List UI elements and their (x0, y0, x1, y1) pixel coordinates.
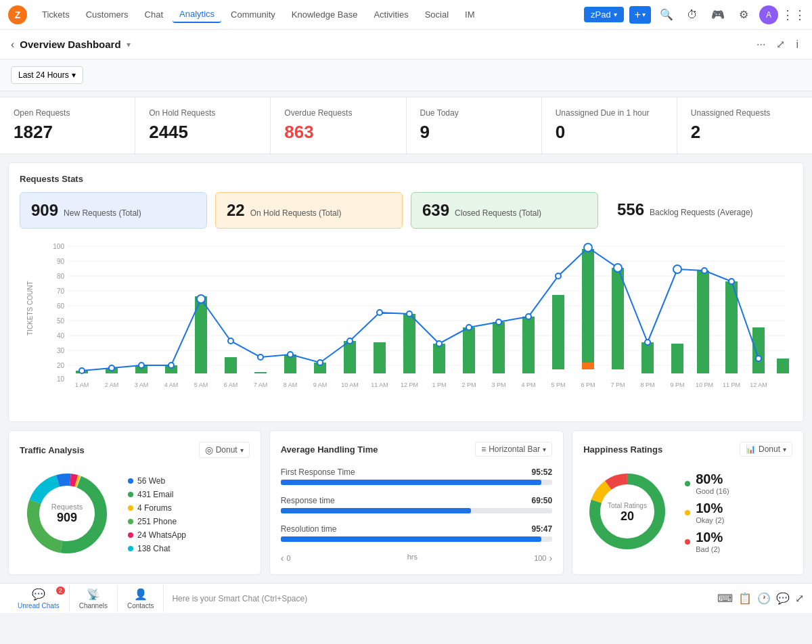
settings-button[interactable]: ⚙ (734, 5, 754, 25)
filter-bar: Last 24 Hours ▾ (0, 60, 812, 91)
nav-social[interactable]: Social (418, 7, 455, 22)
expand-icon[interactable]: ⤢ (795, 592, 804, 605)
stat-new-requests: 909 New Requests (Total) (20, 192, 207, 229)
title-dropdown-icon[interactable]: ▾ (127, 40, 131, 49)
web-dot (128, 478, 133, 484)
nav-community[interactable]: Community (224, 7, 282, 22)
svg-rect-41 (697, 271, 709, 373)
svg-text:7 AM: 7 AM (254, 382, 268, 388)
handling-header: Average Handling Time ≡ Horizontal Bar ▾ (281, 442, 552, 457)
svg-point-51 (258, 354, 263, 360)
svg-text:20: 20 (621, 509, 634, 523)
back-button[interactable]: ‹ (11, 39, 14, 51)
svg-text:60: 60 (57, 302, 65, 310)
contacts-label: Contacts (127, 602, 154, 610)
expand-button[interactable]: ⤢ (773, 35, 788, 53)
svg-point-60 (526, 314, 531, 319)
keyboard-icon[interactable]: ⌨ (717, 592, 733, 605)
smart-chat-input[interactable]: Here is your Smart Chat (Ctrl+Space) (164, 594, 717, 603)
stat-new-num: 909 (31, 201, 58, 220)
hbar-left-arrow[interactable]: ‹ (281, 553, 284, 564)
time-filter-button[interactable]: Last 24 Hours ▾ (11, 66, 83, 84)
traffic-donut: Requests 909 (20, 466, 114, 563)
handling-time-panel: Average Handling Time ≡ Horizontal Bar ▾… (269, 430, 564, 575)
svg-rect-43 (752, 327, 765, 373)
clock-button[interactable]: ⏱ (682, 5, 702, 25)
user-avatar[interactable]: A (759, 5, 778, 24)
nav-chat[interactable]: Chat (138, 7, 170, 22)
metric-unh-value: 0 (556, 122, 663, 143)
hbar-right-arrow[interactable]: › (549, 553, 552, 564)
hbar-first-response: First Response Time 95:52 (281, 467, 552, 485)
game-button[interactable]: 🎮 (708, 5, 728, 25)
happiness-header: Happiness Ratings 📊 Donut ▾ (583, 442, 792, 457)
zpad-button[interactable]: zPad ▾ (584, 7, 624, 22)
contacts-icon: 👤 (134, 588, 148, 601)
nav-analytics[interactable]: Analytics (173, 6, 221, 23)
channels-label: Channels (79, 602, 108, 610)
metric-on-hold: On Hold Requests 2445 (135, 97, 271, 154)
info-button[interactable]: i (793, 36, 801, 53)
svg-text:3 PM: 3 PM (491, 382, 505, 388)
metric-overdue-label: Overdue Requests (284, 108, 392, 118)
history-icon[interactable]: 🕐 (757, 592, 771, 605)
chart-y-axis-label: TICKETS COUNT (26, 315, 34, 336)
svg-text:10: 10 (57, 375, 65, 383)
metric-un-label: Unassigned Requests (691, 108, 798, 118)
logo[interactable]: Z (8, 5, 27, 24)
more-options-button[interactable]: ··· (754, 36, 768, 53)
stat-hold-num: 22 (227, 201, 245, 220)
requests-stats-section: Requests Stats 909 New Requests (Total) … (8, 162, 804, 422)
nav-customers[interactable]: Customers (79, 7, 135, 22)
clipboard-icon[interactable]: 📋 (738, 592, 752, 605)
metric-unassigned: Unassigned Requests 2 (677, 97, 812, 154)
handling-control[interactable]: ≡ Horizontal Bar ▾ (475, 442, 552, 457)
metric-overdue: Overdue Requests 863 (271, 97, 406, 154)
svg-text:8 AM: 8 AM (284, 382, 298, 388)
svg-point-57 (436, 341, 442, 346)
happiness-good: 80% Good (16) (685, 472, 729, 495)
metric-open-label: Open Requests (14, 108, 121, 118)
hbar-track-first (281, 480, 552, 485)
unread-badge: 2 (56, 586, 65, 595)
happiness-bad: 10% Bad (2) (685, 530, 729, 553)
happiness-content: Total Ratings 20 80% Good (16) (583, 467, 792, 557)
footer-tab-contacts[interactable]: 👤 Contacts (118, 585, 164, 612)
svg-text:11 AM: 11 AM (371, 382, 388, 388)
sub-header-icons: ··· ⤢ i (754, 35, 801, 53)
svg-point-56 (407, 311, 412, 317)
svg-point-52 (288, 352, 293, 357)
footer: 💬 Unread Chats 2 📡 Channels 👤 Contacts H… (0, 583, 812, 613)
svg-rect-44 (777, 359, 789, 373)
svg-text:10 PM: 10 PM (696, 382, 713, 388)
svg-rect-37 (582, 363, 594, 369)
svg-point-46 (109, 365, 114, 371)
comment-icon[interactable]: 💬 (776, 592, 790, 605)
new-item-button[interactable]: + ▾ (629, 6, 651, 24)
metric-hold-label: On Hold Requests (149, 108, 256, 118)
svg-point-55 (377, 310, 382, 315)
svg-text:Requests: Requests (51, 503, 83, 511)
bad-dot (685, 539, 690, 545)
stat-on-hold-requests: 22 On Hold Requests (Total) (215, 192, 403, 229)
nav-tickets[interactable]: Tickets (35, 7, 76, 22)
svg-text:20: 20 (57, 362, 65, 369)
grid-button[interactable]: ⋮⋮ (784, 5, 804, 25)
stat-backlog-label: Backlog Requests (Average) (650, 208, 753, 217)
search-button[interactable]: 🔍 (656, 5, 677, 25)
happiness-control[interactable]: 📊 Donut ▾ (740, 442, 792, 457)
stat-backlog-num: 556 (617, 200, 644, 219)
stat-backlog: 556 Backlog Requests (Average) (606, 192, 792, 229)
happiness-panel: Happiness Ratings 📊 Donut ▾ (572, 430, 804, 575)
nav-activities[interactable]: Activities (367, 7, 415, 22)
traffic-control[interactable]: ◎ Donut ▾ (199, 442, 250, 458)
footer-tab-chats[interactable]: 💬 Unread Chats 2 (8, 585, 70, 612)
okay-dot (685, 510, 690, 515)
svg-text:12 AM: 12 AM (750, 382, 767, 388)
nav-knowledge-base[interactable]: Knowledge Base (285, 7, 365, 22)
nav-im[interactable]: IM (458, 7, 481, 22)
svg-rect-34 (522, 317, 535, 373)
stat-closed-requests: 639 Closed Requests (Total) (411, 192, 598, 229)
footer-tab-channels[interactable]: 📡 Channels (70, 585, 118, 612)
requests-chart: 100 90 80 70 60 50 40 30 20 10 (47, 239, 792, 388)
